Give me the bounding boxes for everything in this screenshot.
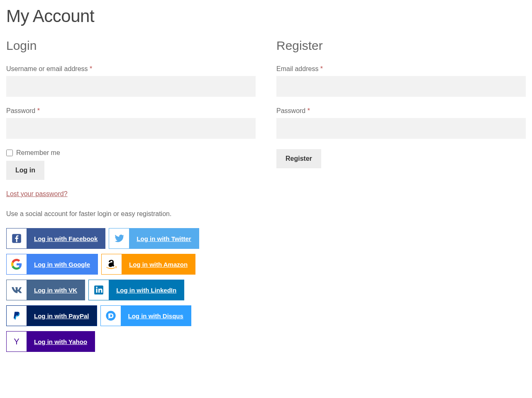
svg-point-2 <box>106 311 115 320</box>
login-disqus-button[interactable]: Log in with Disqus <box>100 305 191 326</box>
required-mark: * <box>37 107 40 114</box>
social-intro-text: Use a social account for faster login or… <box>6 210 256 218</box>
login-section: Login Username or email address * Passwo… <box>6 39 256 357</box>
svg-text:Y: Y <box>14 337 19 346</box>
required-mark: * <box>90 65 92 72</box>
login-linkedin-label: Log in with LinkedIn <box>109 280 184 300</box>
login-username-input[interactable] <box>6 76 256 97</box>
login-facebook-label: Log in with Facebook <box>27 228 105 248</box>
login-twitter-label: Log in with Twitter <box>129 228 198 248</box>
login-username-label: Username or email address * <box>6 65 256 73</box>
register-heading: Register <box>276 39 526 53</box>
google-icon <box>7 254 27 274</box>
login-password-label: Password * <box>6 107 256 115</box>
login-facebook-button[interactable]: Log in with Facebook <box>6 228 105 249</box>
login-yahoo-label: Log in with Yahoo <box>27 332 95 351</box>
login-password-input[interactable] <box>6 118 256 139</box>
vk-icon <box>7 280 27 300</box>
required-mark: * <box>320 65 323 72</box>
disqus-icon <box>101 306 121 326</box>
login-disqus-label: Log in with Disqus <box>121 306 191 326</box>
login-vk-label: Log in with VK <box>27 280 85 300</box>
register-section: Register Email address * Password * Regi… <box>276 39 526 357</box>
login-google-button[interactable]: Log in with Google <box>6 254 98 275</box>
remember-me-checkbox[interactable] <box>6 150 13 156</box>
register-password-input[interactable] <box>276 118 526 139</box>
remember-me-label: Remember me <box>16 149 60 157</box>
paypal-icon <box>7 306 27 326</box>
login-vk-button[interactable]: Log in with VK <box>6 280 85 300</box>
login-paypal-label: Log in with PayPal <box>27 306 97 326</box>
twitter-icon <box>109 228 129 248</box>
login-amazon-button[interactable]: Log in with Amazon <box>101 254 195 275</box>
register-button[interactable]: Register <box>276 149 321 168</box>
login-paypal-button[interactable]: Log in with PayPal <box>6 305 97 326</box>
register-email-input[interactable] <box>276 76 526 97</box>
login-twitter-button[interactable]: Log in with Twitter <box>109 228 199 249</box>
login-heading: Login <box>6 39 256 53</box>
login-linkedin-button[interactable]: Log in with LinkedIn <box>88 280 184 300</box>
yahoo-icon: Y <box>7 332 27 351</box>
amazon-icon <box>102 254 122 274</box>
register-password-label: Password * <box>276 107 526 115</box>
login-button[interactable]: Log in <box>6 161 44 180</box>
login-google-label: Log in with Google <box>27 254 98 274</box>
page-title: My Account <box>6 6 526 26</box>
required-mark: * <box>307 107 310 114</box>
register-email-label: Email address * <box>276 65 526 73</box>
linkedin-icon <box>89 280 109 300</box>
login-yahoo-button[interactable]: Y Log in with Yahoo <box>6 331 95 352</box>
lost-password-link[interactable]: Lost your password? <box>6 190 68 197</box>
facebook-icon <box>7 228 27 248</box>
login-amazon-label: Log in with Amazon <box>122 254 195 274</box>
